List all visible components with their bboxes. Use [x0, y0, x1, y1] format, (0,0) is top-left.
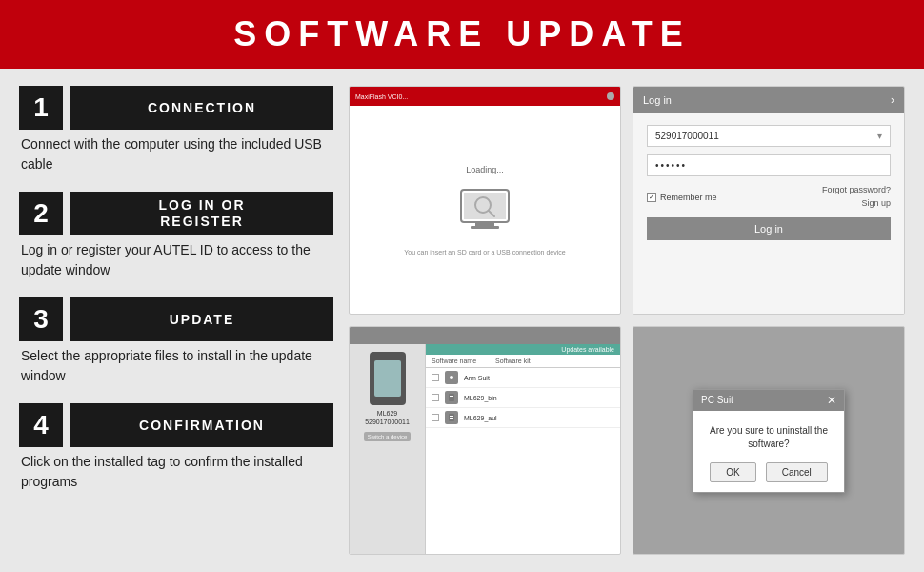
- table-row[interactable]: Arm Suit: [426, 368, 620, 388]
- step-1-description: Connect with the computer using the incl…: [19, 134, 333, 174]
- file-icon: [445, 411, 458, 424]
- ss3-titlebar: [350, 327, 620, 344]
- step-4-header: 4 CONFIRMATION: [19, 403, 333, 447]
- close-icon[interactable]: ✕: [827, 394, 836, 407]
- svg-rect-13: [450, 418, 453, 419]
- main-content: 1 CONNECTION Connect with the computer u…: [0, 69, 924, 572]
- dialog-header: PC Suit ✕: [693, 390, 844, 411]
- step-2-header: 2 LOG IN ORREGISTER: [19, 192, 333, 235]
- ss3-sidebar: ML629529017000011 Switch a device: [350, 344, 426, 554]
- row-name: Arm Suit: [464, 375, 614, 381]
- ss3-table-header: Software name Software kit: [426, 355, 620, 368]
- svg-rect-9: [450, 396, 453, 397]
- svg-rect-4: [475, 222, 494, 226]
- step-3-header: 3 UPDATE: [19, 297, 333, 341]
- password-field[interactable]: ••••••: [647, 154, 891, 176]
- step-3: 3 UPDATE Select the appropriate files to…: [19, 297, 333, 394]
- screenshot-confirmation: PC Suit ✕ Are you sure to uninstall the …: [633, 326, 905, 555]
- auth-links: Forgot password? Sign up: [822, 184, 891, 210]
- ss3-body: ML629529017000011 Switch a device Update…: [350, 344, 620, 554]
- dropdown-icon: ▾: [877, 131, 882, 141]
- ss1-close-btn: [607, 92, 614, 100]
- screenshot-update: ML629529017000011 Switch a device Update…: [349, 326, 621, 555]
- device-screen: [374, 360, 401, 397]
- ss1-content: Loading... You can insert an SD card or …: [359, 115, 611, 304]
- ss2-title: Log in: [643, 94, 672, 106]
- dialog-message: Are you sure to uninstall the software?: [705, 424, 833, 451]
- remember-checkbox[interactable]: ✓: [647, 193, 656, 202]
- svg-rect-10: [450, 398, 453, 398]
- steps-panel: 1 CONNECTION Connect with the computer u…: [19, 86, 333, 555]
- dialog-title: PC Suit: [701, 395, 733, 405]
- dialog-buttons: OK Cancel: [705, 462, 833, 482]
- step-3-number: 3: [19, 297, 63, 341]
- device-icon: [370, 352, 406, 405]
- col-software-name: Software name: [432, 358, 476, 364]
- chevron-right-icon: ›: [891, 93, 894, 107]
- step-2-number: 2: [19, 192, 63, 235]
- step-3-description: Select the appropriate files to install …: [19, 346, 333, 386]
- row-checkbox[interactable]: [432, 394, 439, 401]
- device-name: ML629529017000011: [365, 409, 410, 426]
- ss1-bar-text: MaxiFlash VCI0...: [355, 93, 408, 100]
- page-title: SOFTWARE UPDATE: [233, 14, 690, 54]
- loading-text: Loading...: [466, 165, 504, 174]
- table-row[interactable]: ML629_bin: [426, 388, 620, 408]
- screenshots-panel: MaxiFlash VCI0... Loading... You can ins…: [349, 86, 905, 555]
- remember-me-label: ✓ Remember me: [647, 193, 717, 202]
- step-2-label: LOG IN ORREGISTER: [70, 192, 333, 235]
- svg-rect-5: [471, 226, 499, 229]
- step-4-description: Click on the installed tag to confirm th…: [19, 452, 333, 492]
- step-2-description: Log in or register your AUTEL ID to acce…: [19, 240, 333, 280]
- step-1-number: 1: [19, 86, 63, 130]
- switch-device-button[interactable]: Switch a device: [364, 432, 412, 441]
- step-1-label: CONNECTION: [70, 86, 333, 130]
- dialog-body: Are you sure to uninstall the software? …: [693, 411, 844, 492]
- row-name: ML629_bin: [464, 395, 614, 401]
- row-checkbox[interactable]: [432, 374, 439, 381]
- ok-button[interactable]: OK: [710, 462, 755, 482]
- monitor-icon: [456, 188, 513, 235]
- svg-rect-12: [450, 416, 453, 417]
- svg-point-7: [450, 376, 453, 379]
- username-field[interactable]: 529017000011 ▾: [647, 125, 891, 147]
- col-software-kit: Software kit: [495, 358, 531, 364]
- ss3-content: Updates available Software name Software…: [426, 344, 620, 554]
- row-name: ML629_aul: [464, 415, 614, 421]
- step-1-header: 1 CONNECTION: [19, 86, 333, 130]
- file-icon: [445, 391, 458, 404]
- step-4: 4 CONFIRMATION Click on the installed ta…: [19, 403, 333, 500]
- signup-link[interactable]: Sign up: [822, 197, 891, 211]
- ss2-body: 529017000011 ▾ •••••• ✓ Remember me Forg…: [633, 113, 904, 314]
- ss1-titlebar: MaxiFlash VCI0...: [350, 87, 620, 106]
- step-4-label: CONFIRMATION: [70, 403, 333, 447]
- remember-row: ✓ Remember me Forgot password? Sign up: [647, 184, 891, 210]
- step-4-number: 4: [19, 403, 63, 447]
- svg-rect-1: [464, 193, 506, 219]
- file-icon: [445, 371, 458, 384]
- screenshot-login: Log in › 529017000011 ▾ •••••• ✓ Remembe: [633, 86, 905, 315]
- screenshot-connection: MaxiFlash VCI0... Loading... You can ins…: [349, 86, 621, 315]
- ss1-footer-text: You can insert an SD card or a USB conne…: [404, 249, 565, 255]
- login-button[interactable]: Log in: [647, 217, 891, 240]
- header: SOFTWARE UPDATE: [0, 0, 924, 69]
- confirmation-dialog: PC Suit ✕ Are you sure to uninstall the …: [693, 389, 845, 493]
- ss2-titlebar: Log in ›: [633, 87, 904, 113]
- step-2: 2 LOG IN ORREGISTER Log in or register y…: [19, 192, 333, 288]
- forgot-password-link[interactable]: Forgot password?: [822, 184, 891, 197]
- table-row[interactable]: ML629_aul: [426, 408, 620, 428]
- step-1: 1 CONNECTION Connect with the computer u…: [19, 86, 333, 182]
- row-checkbox[interactable]: [432, 414, 439, 421]
- step-3-label: UPDATE: [70, 297, 333, 341]
- cancel-button[interactable]: Cancel: [766, 462, 828, 482]
- updates-available-bar: Updates available: [426, 344, 620, 355]
